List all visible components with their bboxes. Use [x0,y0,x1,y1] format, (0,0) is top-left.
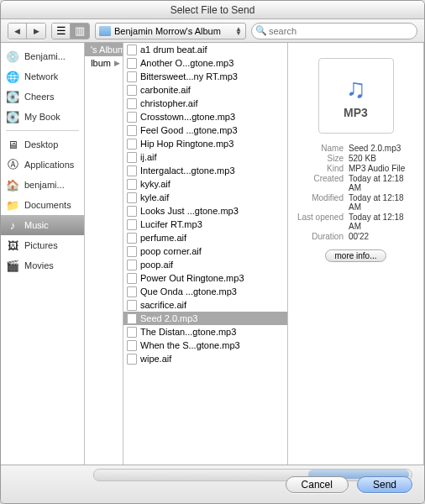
file-row[interactable]: Looks Just ...gtone.mp3 [123,204,287,218]
forward-button[interactable]: ▶ [27,24,45,39]
file-row[interactable]: ij.aif [123,150,287,164]
meta-label: Size [295,154,349,163]
cancel-button[interactable]: Cancel [286,476,349,493]
file-row[interactable]: Lucifer RT.mp3 [123,218,287,231]
sidebar-label: Pictures [24,240,58,250]
file-row[interactable]: Intergalact...gtone.mp3 [123,164,287,177]
preview-format-label: MP3 [344,106,368,119]
folder-icon [99,26,111,36]
sidebar-label: Benjami... [24,51,66,61]
sidebar-separator [6,130,79,131]
file-row[interactable]: a1 drum beat.aif [123,43,287,56]
file-row[interactable]: kyle.aif [123,191,287,204]
sidebar-icon: 🖼 [5,238,20,253]
sidebar-item[interactable]: 📁Documents [1,195,84,215]
meta-value: Seed 2.0.mp3 [349,144,417,153]
file-icon [126,125,137,136]
column-view-button[interactable]: ▥ [71,24,89,39]
file-name: a1 drum beat.aif [140,45,207,55]
file-icon [126,300,137,311]
sidebar-label: Movies [24,260,54,270]
sidebar-icon: ♪ [5,218,20,233]
file-row[interactable]: perfume.aif [123,231,287,244]
list-icon: ☰ [56,24,66,37]
meta-value: Today at 12:18 AM [349,193,417,212]
sidebar-item[interactable]: 💽My Book [1,107,84,127]
body: 💿Benjami...🌐Network💽Cheers💽My Book🖥Deskt… [1,43,424,465]
column-row[interactable]: lbum▶ [85,56,123,70]
file-dialog-window: Select File to Send ◀ ▶ ☰ ▥ Benjamin Mor… [0,0,425,504]
meta-row: NameSeed 2.0.mp3 [295,144,417,153]
file-icon [126,45,137,55]
file-name: kyky.aif [140,179,171,189]
file-icon [126,340,137,351]
file-row[interactable]: wipe.aif [123,352,287,365]
file-row[interactable]: christopher.aif [123,97,287,110]
back-button[interactable]: ◀ [8,24,27,39]
file-row[interactable]: poop corner.aif [123,244,287,258]
sidebar-item[interactable]: 🖼Pictures [1,235,84,255]
file-name: poop corner.aif [140,246,202,256]
sidebar-item[interactable]: 💽Cheers [1,87,84,107]
file-name: Bittersweet...ny RT.mp3 [140,71,238,81]
titlebar: Select File to Send [1,1,424,19]
file-row[interactable]: Crosstown...gtone.mp3 [123,110,287,123]
search-input[interactable] [251,23,417,39]
sidebar-item[interactable]: ⒶApplications [1,155,84,175]
send-button[interactable]: Send [357,476,412,493]
more-info-button[interactable]: more info... [325,249,386,262]
sidebar-item[interactable]: 💿Benjami... [1,46,84,66]
column-browser: 's Album▶lbum▶ a1 drum beat.aifAnother O… [85,43,424,465]
file-icon [126,71,137,82]
file-icon [126,313,137,324]
file-row[interactable]: Bittersweet...ny RT.mp3 [123,70,287,83]
file-row[interactable]: sacrifice.aif [123,298,287,312]
meta-value: 00'22 [349,232,417,241]
file-row[interactable]: Que Onda ...gtone.mp3 [123,285,287,298]
sidebar-icon: 🌐 [5,69,20,84]
column-1: 's Album▶lbum▶ [85,43,123,465]
meta-row: ModifiedToday at 12:18 AM [295,193,417,212]
file-row[interactable]: Another O...gtone.mp3 [123,56,287,70]
file-row[interactable]: When the S...gtone.mp3 [123,339,287,352]
meta-label: Kind [295,164,349,173]
file-row[interactable]: The Distan...gtone.mp3 [123,325,287,339]
view-mode-buttons: ☰ ▥ [51,23,90,39]
sidebar-item[interactable]: 🎬Movies [1,255,84,276]
sidebar-label: Documents [24,200,71,210]
file-name: When the S...gtone.mp3 [140,340,240,350]
file-row[interactable]: Feel Good ...gtone.mp3 [123,123,287,137]
sidebar-label: Cheers [24,92,54,102]
column-row[interactable]: 's Album▶ [85,43,123,56]
row-label: 's Album [91,45,123,55]
sidebar-item[interactable]: 🖥Desktop [1,134,84,155]
window-title: Select File to Send [171,4,255,16]
sidebar-label: Network [24,71,58,81]
file-name: christopher.aif [140,98,197,108]
meta-value: Today at 12:18 AM [349,174,417,192]
file-name: Intergalact...gtone.mp3 [140,165,235,176]
sidebar-icon: 🖥 [5,137,20,152]
sidebar-item[interactable]: 🌐Network [1,66,84,87]
file-name: carbonite.aif [140,85,191,95]
file-row[interactable]: poop.aif [123,258,287,271]
file-row[interactable]: Seed 2.0.mp3 [123,312,287,325]
toolbar: ◀ ▶ ☰ ▥ Benjamin Morrow's Album ▲▼ 🔍 [1,19,424,43]
sidebar-icon: Ⓐ [5,157,20,172]
list-view-button[interactable]: ☰ [52,24,71,39]
file-icon [126,85,137,96]
sidebar-item[interactable]: 🏠benjami... [1,175,84,195]
file-row[interactable]: Power Out Ringtone.mp3 [123,271,287,285]
file-row[interactable]: carbonite.aif [123,83,287,97]
sidebar-label: My Book [24,112,60,122]
meta-value: 520 KB [349,154,417,163]
meta-value: MP3 Audio File [349,164,417,173]
path-popup[interactable]: Benjamin Morrow's Album ▲▼ [95,23,246,39]
meta-label: Last opened [295,213,349,231]
sidebar-label: Applications [24,160,74,170]
sidebar-item[interactable]: ♪Music [1,215,84,235]
file-row[interactable]: kyky.aif [123,177,287,191]
file-row[interactable]: Hip Hop Ringtone.mp3 [123,137,287,150]
file-name: ij.aif [140,152,157,162]
file-name: Que Onda ...gtone.mp3 [140,286,237,297]
